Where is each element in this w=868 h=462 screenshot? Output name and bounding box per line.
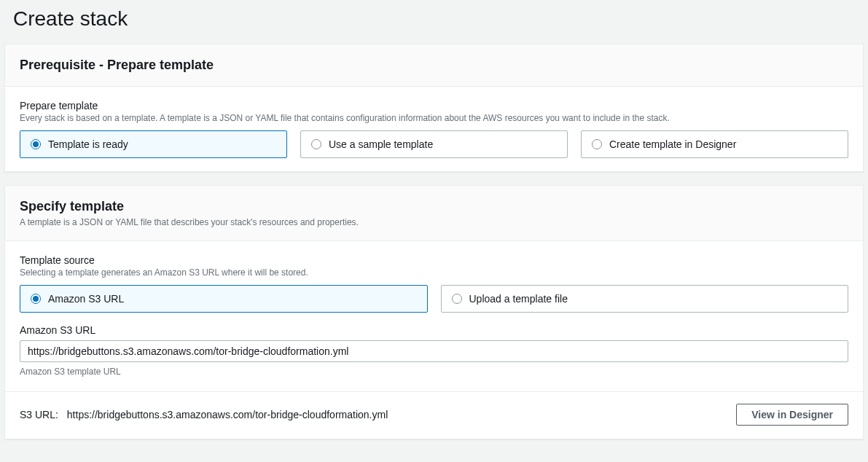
prepare-template-tiles: Template is ready Use a sample template … xyxy=(20,130,848,158)
specify-template-panel: Specify template A template is a JSON or… xyxy=(4,185,864,439)
template-source-label: Template source xyxy=(20,254,848,266)
tile-use-sample-label: Use a sample template xyxy=(329,138,433,150)
specify-template-heading: Specify template xyxy=(20,199,848,214)
prepare-template-label: Prepare template xyxy=(20,100,848,111)
tile-amazon-s3-url-label: Amazon S3 URL xyxy=(48,293,124,305)
template-source-hint: Selecting a template generates an Amazon… xyxy=(20,267,848,278)
template-source-tiles: Amazon S3 URL Upload a template file xyxy=(20,285,848,313)
tile-create-designer[interactable]: Create template in Designer xyxy=(581,130,848,158)
s3-url-input-group: Amazon S3 URL Amazon S3 template URL xyxy=(20,324,848,377)
specify-template-subtext: A template is a JSON or YAML file that d… xyxy=(20,217,848,227)
prerequisite-heading: Prerequisite - Prepare template xyxy=(20,58,848,73)
page-title: Create stack xyxy=(0,0,868,44)
tile-amazon-s3-url[interactable]: Amazon S3 URL xyxy=(20,285,428,313)
footer-row: S3 URL: https://bridgebuttons.s3.amazona… xyxy=(20,392,848,426)
prerequisite-panel: Prerequisite - Prepare template Prepare … xyxy=(4,44,864,172)
radio-icon xyxy=(592,139,602,149)
tile-upload-file-label: Upload a template file xyxy=(469,293,568,305)
tile-template-ready-label: Template is ready xyxy=(48,138,128,150)
s3-url-label: Amazon S3 URL xyxy=(20,324,848,336)
tile-upload-file[interactable]: Upload a template file xyxy=(441,285,849,313)
s3-url-display-label: S3 URL: xyxy=(20,409,58,420)
prerequisite-body: Prepare template Every stack is based on… xyxy=(5,87,863,171)
view-in-designer-button[interactable]: View in Designer xyxy=(736,404,848,426)
s3-url-display-value: https://bridgebuttons.s3.amazonaws.com/t… xyxy=(67,409,388,420)
radio-icon xyxy=(31,294,41,304)
radio-icon xyxy=(311,139,321,149)
tile-use-sample[interactable]: Use a sample template xyxy=(300,130,568,158)
radio-icon xyxy=(31,139,41,149)
prepare-template-hint: Every stack is based on a template. A te… xyxy=(20,113,848,123)
s3-url-hint: Amazon S3 template URL xyxy=(20,367,848,377)
specify-template-body: Template source Selecting a template gen… xyxy=(5,241,863,439)
specify-template-header: Specify template A template is a JSON or… xyxy=(5,186,863,241)
radio-icon xyxy=(452,294,462,304)
prerequisite-header: Prerequisite - Prepare template xyxy=(5,44,863,87)
s3-url-input[interactable] xyxy=(20,340,848,362)
s3-url-display: S3 URL: https://bridgebuttons.s3.amazona… xyxy=(20,409,388,420)
tile-template-ready[interactable]: Template is ready xyxy=(20,130,287,158)
tile-create-designer-label: Create template in Designer xyxy=(609,138,736,150)
